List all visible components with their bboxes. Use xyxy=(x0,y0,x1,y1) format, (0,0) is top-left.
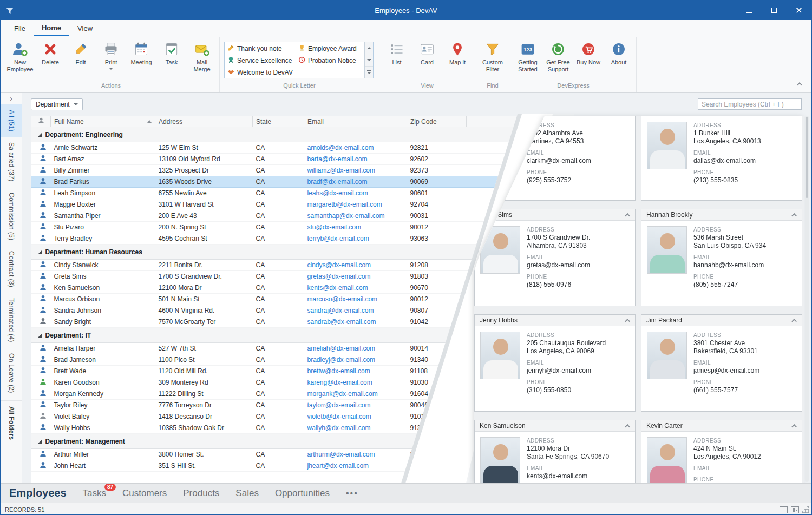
tab-home[interactable]: Home xyxy=(34,21,69,36)
vertical-scrollbar[interactable] xyxy=(805,116,809,482)
group-row[interactable]: Department: IT xyxy=(31,328,540,343)
card-header[interactable]: Kevin Carter xyxy=(641,420,802,432)
table-row[interactable]: Terry Bradley4595 Cochran StCAterryb@dx-… xyxy=(31,233,540,245)
quick-letter-item[interactable]: Employee Award xyxy=(296,43,364,55)
collapse-icon[interactable] xyxy=(625,318,630,323)
group-expand-icon[interactable] xyxy=(38,133,42,137)
table-row[interactable]: Sandra Johnson4600 N Virginia Rd.CAsandr… xyxy=(31,305,540,316)
close-button[interactable] xyxy=(787,1,811,20)
collapse-icon[interactable] xyxy=(791,213,797,218)
email-link[interactable]: margaretb@dx-email.com xyxy=(307,201,382,208)
group-row[interactable]: Department: Management xyxy=(31,434,540,449)
employee-card[interactable]: Jim PackardADDRESS3801 Chester AveBakers… xyxy=(641,314,802,412)
map-it-button[interactable]: Map it xyxy=(442,39,473,79)
task-button[interactable]: Task xyxy=(156,39,187,79)
email-link[interactable]: samanthap@dx-email.com xyxy=(307,212,385,220)
card-header[interactable]: Ken Samuelson xyxy=(475,420,635,432)
search-input[interactable] xyxy=(698,98,802,110)
email-link[interactable]: brettw@dx-email.com xyxy=(307,367,370,375)
getting-started-button[interactable]: 123 Getting Started xyxy=(513,39,543,79)
email-link[interactable]: kents@dx-email.com xyxy=(307,284,368,292)
quick-letter-item[interactable]: Welcome to DevAV xyxy=(225,67,296,78)
scrollbar-thumb[interactable] xyxy=(806,117,808,198)
new-employee-button[interactable]: New Employee xyxy=(5,39,35,79)
edit-button[interactable]: Edit xyxy=(66,39,96,79)
resize-grip[interactable] xyxy=(802,506,809,513)
tab-file[interactable]: File xyxy=(6,21,34,36)
email-link[interactable]: stu@dx-email.com xyxy=(307,223,362,231)
sidebar-tab[interactable]: Salaried (37) xyxy=(1,137,22,187)
about-button[interactable]: About xyxy=(604,39,634,79)
department-group-button[interactable]: Department xyxy=(31,98,83,110)
nav-item-customers[interactable]: Customers xyxy=(122,488,167,499)
card-header[interactable]: Hannah Brookly xyxy=(641,209,802,221)
card-view-button[interactable]: Card xyxy=(412,39,442,79)
email-link[interactable]: leahs@dx-email.com xyxy=(307,189,368,197)
email-link[interactable]: arthurm@dx-email.com xyxy=(307,451,375,458)
email-link[interactable]: kareng@dx-email.com xyxy=(307,379,372,386)
column-header-icon[interactable] xyxy=(31,116,51,127)
table-row[interactable]: Stu Pizaro200 N. Spring StCAstu@dx-email… xyxy=(31,222,540,233)
group-expand-icon[interactable] xyxy=(38,334,42,338)
card-header[interactable]: Jim Packard xyxy=(641,315,802,326)
collapse-icon[interactable] xyxy=(625,213,630,218)
email-link[interactable]: terryb@dx-email.com xyxy=(307,235,369,242)
email-link[interactable]: barta@dx-email.com xyxy=(307,155,368,163)
email-link[interactable]: ameliah@dx-email.com xyxy=(307,345,376,352)
minimize-button[interactable] xyxy=(737,1,762,20)
email-link[interactable]: cindys@dx-email.com xyxy=(307,261,371,269)
table-row[interactable]: Maggie Boxter3101 W Harvard StCAmargaret… xyxy=(31,199,540,210)
table-row[interactable]: Wally Hobbs10385 Shadow Oak DrCAwallyh@d… xyxy=(31,422,540,434)
group-row[interactable]: Department: Human Resources xyxy=(31,245,540,260)
buy-now-button[interactable]: Buy Now xyxy=(573,39,604,79)
table-row[interactable]: Amelia Harper527 W 7th StCAameliah@dx-em… xyxy=(31,343,540,354)
mail-merge-button[interactable]: Mail Merge xyxy=(187,39,217,79)
employee-card[interactable]: Jenny HobbsADDRESS205 Chautauqua Bouleva… xyxy=(474,314,636,412)
table-row[interactable]: Sandy Bright7570 McGroarty TerCAsandrab@… xyxy=(31,316,540,328)
table-row[interactable]: Billy Zimmer1325 Prospect DrCAwilliamz@d… xyxy=(31,165,540,176)
table-row[interactable]: Cindy Stanwick2211 Bonita Dr.CAcindys@dx… xyxy=(31,260,540,271)
table-row[interactable]: Morgan Kennedy11222 Dilling StCAmorgank@… xyxy=(31,388,540,400)
card-view-toggle-icon[interactable] xyxy=(791,506,799,513)
table-row[interactable]: Leah Simpson6755 Newlin AveCAleahs@dx-em… xyxy=(31,188,540,199)
custom-filter-button[interactable]: Custom Filter xyxy=(477,39,508,79)
table-row[interactable]: Brad Jameson1100 Pico StCAbradleyj@dx-em… xyxy=(31,354,540,366)
email-link[interactable]: sandraj@dx-email.com xyxy=(307,307,374,314)
nav-more-button[interactable]: ••• xyxy=(346,488,358,498)
ribbon-collapse-button[interactable] xyxy=(795,80,805,88)
email-link[interactable]: wallyh@dx-email.com xyxy=(307,424,371,432)
table-row[interactable]: Arthur Miller3800 Homer St.CAarthurm@dx-… xyxy=(31,449,540,460)
table-row[interactable]: Greta Sims1700 S Grandview Dr.CAgretas@d… xyxy=(31,271,540,282)
group-expand-icon[interactable] xyxy=(38,250,42,254)
gallery-expand[interactable] xyxy=(365,67,373,78)
list-view-toggle-icon[interactable] xyxy=(780,506,788,513)
email-link[interactable]: sandrab@dx-email.com xyxy=(307,318,376,326)
email-link[interactable]: gretas@dx-email.com xyxy=(307,273,371,280)
table-row[interactable]: Brett Wade1120 Old Mill Rd.CAbrettw@dx-e… xyxy=(31,366,540,377)
employee-card[interactable]: Hannah BrooklyADDRESS536 Marsh StreetSan… xyxy=(641,209,802,306)
card-header[interactable]: Jenny Hobbs xyxy=(475,315,635,326)
collapse-icon[interactable] xyxy=(791,318,797,323)
gallery-scroll-up[interactable] xyxy=(365,42,373,54)
collapse-icon[interactable] xyxy=(791,424,797,429)
sidebar-tab[interactable]: Terminated (4) xyxy=(1,293,22,348)
employee-card[interactable]: ADDRESS1 Bunker HillLos Angeles, CA 9001… xyxy=(641,116,802,201)
table-row[interactable]: Arnie Schwartz125 W Elm StCAarnolds@dx-e… xyxy=(31,142,540,154)
email-link[interactable]: bradleyj@dx-email.com xyxy=(307,356,376,364)
sidebar-item-all-folders[interactable]: All Folders xyxy=(1,400,22,445)
employee-card[interactable]: ADDRESS4202 Alhambra AveMartinez, CA 945… xyxy=(474,116,636,201)
table-row[interactable]: Karen Goodson309 Monterey RdCAkareng@dx-… xyxy=(31,377,540,388)
table-row[interactable]: Violet Bailey1418 Descanso DrCAvioletb@d… xyxy=(31,411,540,422)
gallery-scroll-down[interactable] xyxy=(365,54,373,66)
table-row[interactable]: Brad Farkus1635 Woods DriveCAbradf@dx-em… xyxy=(31,176,540,188)
delete-button[interactable]: Delete xyxy=(35,39,66,79)
maximize-button[interactable] xyxy=(762,1,787,20)
email-link[interactable]: jheart@dx-email.com xyxy=(307,462,369,470)
employee-card[interactable]: Ken SamuelsonADDRESS12100 Mora DrSanta F… xyxy=(474,420,636,483)
column-header-state[interactable]: State xyxy=(253,116,304,127)
get-free-support-button[interactable]: Get Free Support xyxy=(543,39,573,79)
sidebar-tab[interactable]: Contract (3) xyxy=(1,246,22,293)
list-view-button[interactable]: List xyxy=(382,39,412,79)
quick-letter-item[interactable]: Service Excellence xyxy=(225,55,296,67)
group-expand-icon[interactable] xyxy=(38,440,42,444)
